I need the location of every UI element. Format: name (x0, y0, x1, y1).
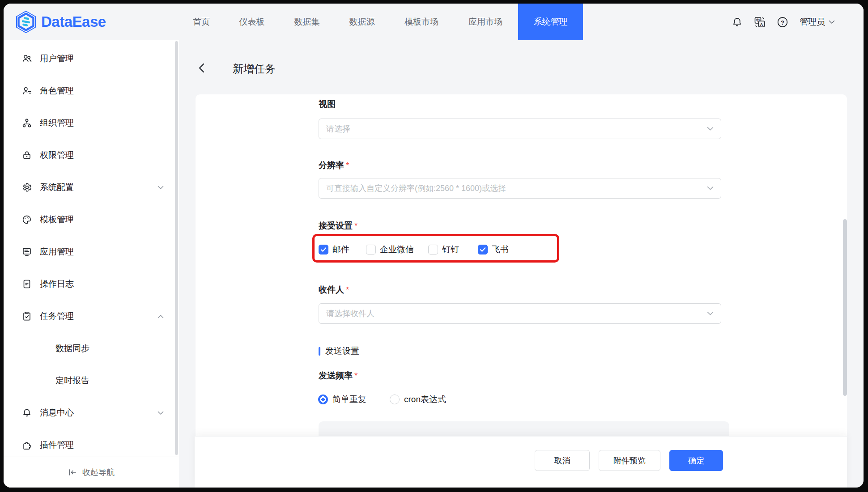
brand-logo[interactable]: DataEase (15, 4, 106, 40)
app-icon (21, 246, 32, 257)
view-select[interactable]: 请选择 (319, 119, 721, 139)
brand-name: DataEase (41, 13, 106, 30)
radio-simple-repeat[interactable]: 简单重复 (318, 394, 366, 404)
lock-icon (21, 150, 32, 161)
sidebar-item-label: 系统配置 (40, 182, 74, 193)
radio-unselected-icon (390, 394, 400, 404)
nav-item-datasource[interactable]: 数据源 (349, 4, 375, 40)
section-accent-bar (319, 347, 320, 356)
users-icon (21, 53, 32, 64)
sidebar-item-label: 角色管理 (40, 85, 74, 97)
page-header: 新增任务 (179, 40, 864, 94)
sidebar-item-scheduled-report[interactable]: 定时报告 (4, 365, 179, 397)
role-icon (21, 85, 32, 96)
log-icon (21, 279, 32, 289)
sidebar-item-app-management[interactable]: 应用管理 (4, 236, 179, 268)
resolution-field-label: 分辨率* (319, 159, 349, 172)
top-nav-bar: DataEase 首页 仪表板 数据集 数据源 模板市场 应用市场 系统管理 中 (4, 4, 864, 40)
radio-label: cron表达式 (404, 394, 446, 405)
language-switch-icon[interactable]: 中 A (754, 16, 766, 28)
dataease-logo-icon (15, 10, 37, 34)
nav-item-template-market[interactable]: 模板市场 (404, 4, 438, 40)
palette-icon (21, 214, 32, 225)
nav-item-dashboard[interactable]: 仪表板 (239, 4, 265, 40)
chevron-down-icon (157, 411, 164, 415)
header-actions: 中 A ? 管理员 (731, 4, 835, 40)
sidebar-item-label: 插件管理 (40, 439, 74, 451)
nav-item-dataset[interactable]: 数据集 (294, 4, 320, 40)
radio-cron-expression[interactable]: cron表达式 (390, 394, 446, 404)
form-footer: 取消 附件预览 确定 (195, 436, 847, 488)
bell-icon (21, 407, 32, 418)
nav-item-system-management-active[interactable]: 系统管理 (518, 4, 583, 40)
frequency-field-label: 发送频率* (319, 369, 357, 382)
sidebar-item-system-config[interactable]: 系统配置 (4, 171, 179, 204)
sidebar-item-user-management[interactable]: 用户管理 (4, 42, 179, 75)
help-icon[interactable]: ? (777, 16, 788, 28)
view-select-placeholder: 请选择 (326, 123, 707, 134)
sidebar-item-label: 应用管理 (40, 246, 74, 258)
required-asterisk: * (346, 161, 349, 170)
confirm-button[interactable]: 确定 (669, 450, 723, 471)
page-title: 新增任务 (233, 62, 276, 76)
sidebar-item-operation-log[interactable]: 操作日志 (4, 268, 179, 300)
chevron-down-icon (829, 20, 835, 24)
chevron-up-icon (157, 314, 164, 318)
recipients-select[interactable]: 请选择收件人 (319, 303, 721, 324)
chevron-down-icon (707, 186, 714, 191)
task-icon (21, 311, 32, 322)
task-form-panel: 视图 请选择 分辨率* 可直接输入自定义分辨率(例如:2560 * 1600)或… (196, 94, 847, 436)
user-name: 管理员 (800, 16, 825, 28)
sidebar-item-template-management[interactable]: 模板管理 (4, 204, 179, 236)
main-scrollbar[interactable] (843, 219, 847, 396)
sidebar: 用户管理 角色管理 组织管理 (4, 40, 179, 488)
receive-settings-label: 接受设置* (319, 220, 357, 232)
chevron-down-icon (157, 186, 164, 190)
required-asterisk: * (354, 221, 357, 230)
sidebar-item-task-management[interactable]: 任务管理 (4, 300, 179, 332)
frequency-config-panel-clipped (319, 421, 729, 436)
nav-item-app-market[interactable]: 应用市场 (468, 4, 502, 40)
radio-selected-icon (318, 394, 328, 404)
red-highlight-annotation (312, 234, 559, 263)
svg-text:A: A (760, 21, 763, 26)
recipients-field-label: 收件人* (319, 284, 349, 296)
resolution-select[interactable]: 可直接输入自定义分辨率(例如:2560 * 1600)或选择 (319, 178, 721, 199)
back-button[interactable] (197, 63, 207, 73)
sidebar-item-role-management[interactable]: 角色管理 (4, 75, 179, 107)
sidebar-scroll-area: 用户管理 角色管理 组织管理 (4, 40, 179, 458)
user-menu[interactable]: 管理员 (800, 16, 835, 28)
sidebar-item-label: 操作日志 (40, 278, 74, 290)
sidebar-item-label: 权限管理 (40, 149, 74, 161)
attachment-preview-button[interactable]: 附件预览 (599, 450, 660, 471)
sidebar-scrollbar[interactable] (175, 41, 178, 455)
sidebar-item-label: 任务管理 (40, 310, 74, 322)
sidebar-item-label: 消息中心 (40, 407, 74, 419)
sidebar-item-data-sync[interactable]: 数据同步 (4, 332, 179, 365)
notification-bell-icon[interactable] (731, 16, 743, 28)
gear-icon (21, 182, 32, 193)
footer-actions: 取消 附件预览 确定 (535, 450, 723, 471)
sidebar-item-label: 组织管理 (40, 117, 74, 129)
sidebar-item-plugin-management[interactable]: 插件管理 (4, 429, 179, 458)
collapse-nav-label: 收起导航 (82, 467, 115, 478)
send-settings-section-title: 发送设置 (325, 345, 359, 357)
nav-item-home[interactable]: 首页 (193, 4, 210, 40)
resolution-select-placeholder: 可直接输入自定义分辨率(例如:2560 * 1600)或选择 (326, 183, 707, 194)
chevron-down-icon (707, 311, 714, 316)
sidebar-item-label: 定时报告 (55, 375, 89, 386)
required-asterisk: * (346, 285, 349, 294)
sidebar-item-label: 模板管理 (40, 214, 74, 225)
app-window: DataEase 首页 仪表板 数据集 数据源 模板市场 应用市场 系统管理 中 (4, 4, 864, 488)
collapse-nav-button[interactable]: 收起导航 (4, 457, 179, 488)
sidebar-item-label: 数据同步 (55, 343, 89, 354)
collapse-arrow-icon (68, 469, 77, 476)
sidebar-item-permission-management[interactable]: 权限管理 (4, 139, 179, 171)
svg-text:?: ? (781, 19, 784, 25)
sidebar-item-label: 用户管理 (40, 53, 74, 64)
cancel-button[interactable]: 取消 (535, 450, 590, 471)
recipients-select-placeholder: 请选择收件人 (326, 308, 707, 319)
sidebar-item-org-management[interactable]: 组织管理 (4, 107, 179, 139)
plugin-icon (21, 440, 32, 450)
sidebar-item-message-center[interactable]: 消息中心 (4, 397, 179, 429)
